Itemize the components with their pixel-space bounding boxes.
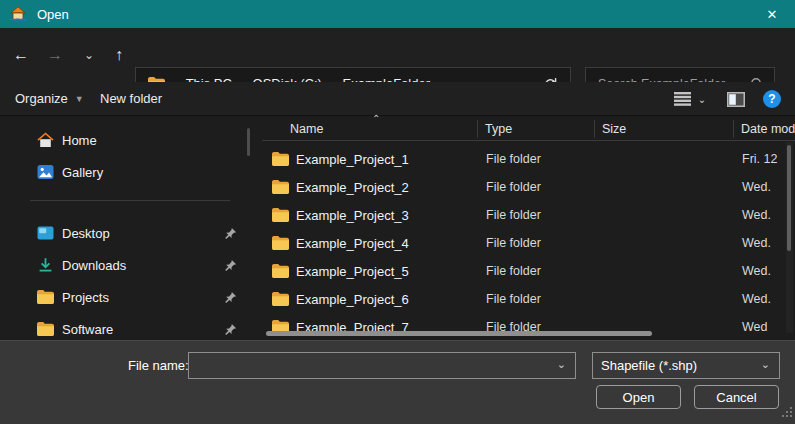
list-header: Name Type Size Date modified bbox=[262, 117, 795, 141]
sidebar-item-label: Home bbox=[62, 133, 97, 148]
dialog-footer: File name: ⌄ Shapefile (*.shp) ⌄ Open Ca… bbox=[0, 340, 795, 424]
file-type-select[interactable]: Shapefile (*.shp) ⌄ bbox=[592, 352, 780, 379]
sidebar-item-label: Software bbox=[62, 322, 113, 337]
vertical-scrollbar-thumb[interactable] bbox=[787, 145, 791, 251]
column-header-name[interactable]: Name bbox=[262, 122, 477, 136]
chevron-down-icon: ⌄ bbox=[761, 358, 770, 371]
folder-icon bbox=[36, 322, 54, 336]
horizontal-scrollbar-thumb[interactable] bbox=[266, 331, 652, 336]
file-type: File folder bbox=[477, 208, 594, 222]
details-view-icon[interactable] bbox=[670, 90, 694, 108]
file-type: File folder bbox=[477, 152, 594, 166]
up-button[interactable]: ↑ bbox=[104, 40, 134, 70]
file-name: Example_Project_2 bbox=[296, 180, 409, 195]
sidebar-item-home[interactable]: Home bbox=[0, 126, 244, 154]
file-name: Example_Project_1 bbox=[296, 152, 409, 167]
column-resize-handle[interactable] bbox=[477, 120, 478, 138]
pin-icon bbox=[224, 259, 237, 272]
file-row[interactable]: Example_Project_6 File folder Wed. bbox=[262, 285, 795, 313]
folder-icon bbox=[272, 292, 289, 306]
gallery-icon bbox=[36, 164, 54, 180]
back-button[interactable]: ← bbox=[6, 40, 36, 70]
window-title: Open bbox=[37, 7, 69, 22]
file-row[interactable]: Example_Project_1 File folder Fri. 12 bbox=[262, 145, 795, 173]
recent-locations-button[interactable]: ⌄ bbox=[74, 40, 104, 70]
file-type-value: Shapefile (*.shp) bbox=[601, 358, 697, 373]
folder-icon bbox=[36, 290, 54, 304]
forward-button[interactable]: → bbox=[40, 40, 70, 70]
file-name-input[interactable] bbox=[189, 353, 575, 378]
file-row[interactable]: Example_Project_4 File folder Wed. bbox=[262, 229, 795, 257]
pin-icon bbox=[224, 291, 237, 304]
sidebar-scrollbar[interactable] bbox=[247, 128, 250, 156]
file-name: Example_Project_5 bbox=[296, 264, 409, 279]
downloads-icon bbox=[36, 257, 54, 273]
help-button[interactable]: ? bbox=[763, 90, 781, 108]
pin-icon bbox=[224, 227, 237, 240]
close-button[interactable]: ✕ bbox=[749, 0, 795, 28]
sidebar-divider bbox=[30, 200, 230, 201]
column-resize-handle[interactable] bbox=[594, 120, 595, 138]
organize-label: Organize bbox=[15, 91, 68, 106]
desktop-icon bbox=[36, 225, 54, 241]
new-folder-button[interactable]: New folder bbox=[100, 82, 162, 115]
file-row[interactable]: Example_Project_5 File folder Wed. bbox=[262, 257, 795, 285]
sidebar-item-label: Gallery bbox=[62, 165, 103, 180]
home-icon bbox=[36, 132, 54, 148]
sidebar-item-projects[interactable]: Projects bbox=[0, 283, 244, 311]
file-type: File folder bbox=[477, 292, 594, 306]
chevron-down-icon[interactable]: ⌄ bbox=[557, 358, 566, 371]
file-type: File folder bbox=[477, 236, 594, 250]
folder-icon bbox=[272, 236, 289, 250]
navigation-sidebar: Home Gallery Desktop bbox=[0, 117, 262, 340]
app-icon bbox=[9, 6, 27, 22]
file-name-label: File name: bbox=[128, 358, 189, 373]
command-toolbar: Organize ▼ New folder ⌄ ? bbox=[0, 82, 795, 116]
chevron-down-icon: ▼ bbox=[75, 94, 84, 104]
folder-icon bbox=[272, 180, 289, 194]
folder-icon bbox=[272, 152, 289, 166]
sidebar-item-gallery[interactable]: Gallery bbox=[0, 158, 244, 186]
organize-menu-button[interactable]: Organize ▼ bbox=[15, 82, 84, 115]
file-rows: Example_Project_1 File folder Fri. 12 Ex… bbox=[262, 142, 795, 333]
pin-icon bbox=[224, 323, 237, 336]
column-header-type[interactable]: Type bbox=[477, 122, 594, 136]
file-row[interactable]: Example_Project_2 File folder Wed. bbox=[262, 173, 795, 201]
file-name: Example_Project_4 bbox=[296, 236, 409, 251]
titlebar: Open ✕ bbox=[0, 0, 795, 28]
file-list: ⌃ Name Type Size Date modified Example_P… bbox=[262, 117, 795, 340]
sidebar-item-label: Downloads bbox=[62, 258, 126, 273]
navigation-bar: ← → ⌄ ↑ › This PC › OSDisk (C:) › Exampl… bbox=[0, 28, 795, 82]
file-name: Example_Project_6 bbox=[296, 292, 409, 307]
sidebar-item-label: Desktop bbox=[62, 226, 110, 241]
file-row[interactable]: Example_Project_7 File folder Wed bbox=[262, 313, 795, 333]
column-header-date[interactable]: Date modified bbox=[733, 122, 795, 136]
file-name: Example_Project_3 bbox=[296, 208, 409, 223]
sidebar-item-downloads[interactable]: Downloads bbox=[0, 251, 244, 279]
column-resize-handle[interactable] bbox=[733, 120, 734, 138]
cancel-button[interactable]: Cancel bbox=[694, 385, 779, 409]
folder-icon bbox=[272, 264, 289, 278]
column-header-size[interactable]: Size bbox=[594, 122, 733, 136]
open-button[interactable]: Open bbox=[596, 385, 681, 409]
sidebar-item-software[interactable]: Software bbox=[0, 315, 244, 340]
dialog-content: Home Gallery Desktop bbox=[0, 117, 795, 340]
sidebar-item-desktop[interactable]: Desktop bbox=[0, 219, 244, 247]
sidebar-item-label: Projects bbox=[62, 290, 109, 305]
preview-pane-icon[interactable] bbox=[724, 90, 748, 108]
file-row[interactable]: Example_Project_3 File folder Wed. bbox=[262, 201, 795, 229]
file-type: File folder bbox=[477, 180, 594, 194]
new-folder-label: New folder bbox=[100, 91, 162, 106]
folder-icon bbox=[272, 208, 289, 222]
resize-grip[interactable] bbox=[780, 404, 793, 422]
file-type: File folder bbox=[477, 264, 594, 278]
file-name-field-wrap: ⌄ bbox=[188, 352, 576, 379]
view-options-chevron-icon[interactable]: ⌄ bbox=[694, 90, 710, 108]
